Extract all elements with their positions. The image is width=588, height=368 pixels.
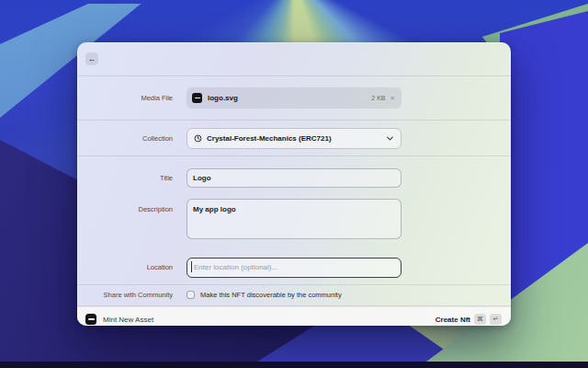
return-key-icon: ↵ (490, 314, 502, 325)
share-checkbox[interactable] (187, 291, 195, 299)
share-checkbox-text: Make this NFT discoverable by the commun… (200, 291, 342, 299)
command-key-icon: ⌘ (474, 314, 486, 325)
location-input[interactable] (187, 258, 401, 278)
title-row: Title (77, 167, 511, 188)
file-name: logo.svg (208, 94, 238, 102)
dialog-header: ← (77, 42, 511, 76)
collection-row: Collection Crystal-Forest-Mechanics (ERC… (77, 121, 511, 156)
location-label: Location (77, 263, 173, 271)
arrow-left-icon: ← (88, 55, 96, 63)
create-nft-button[interactable]: Create Nft (435, 316, 470, 324)
collection-select[interactable]: Crystal-Forest-Mechanics (ERC721) (187, 128, 401, 149)
title-label: Title (77, 174, 173, 182)
clock-icon (194, 134, 202, 143)
collection-selected-value: Crystal-Forest-Mechanics (ERC721) (207, 134, 332, 143)
footer-app-name: Mint New Asset (103, 316, 153, 324)
media-file-row: Media File logo.svg 2 KB ✕ (77, 76, 511, 121)
title-input[interactable] (187, 168, 401, 188)
desktop: ← Media File logo.svg 2 KB ✕ Collection (0, 0, 588, 368)
mint-nft-dialog: ← Media File logo.svg 2 KB ✕ Collection (77, 42, 511, 326)
location-row: Location (77, 257, 511, 278)
media-file-chip[interactable]: logo.svg 2 KB ✕ (187, 87, 401, 109)
fields-section: Title Description My app logo Location (77, 156, 511, 285)
description-label: Description (77, 199, 173, 213)
text-cursor (191, 261, 192, 272)
media-file-label: Media File (77, 94, 173, 102)
dialog-footer: Mint New Asset Create Nft ⌘ ↵ (77, 306, 511, 327)
close-icon[interactable]: ✕ (390, 95, 395, 102)
wallpaper-bottom-strip (0, 362, 588, 368)
share-label: Share with Community (77, 291, 173, 299)
collection-label: Collection (77, 134, 173, 143)
chevron-down-icon (387, 136, 393, 141)
file-size-badge: 2 KB (371, 95, 385, 101)
app-logo-icon (85, 314, 96, 325)
share-row: Share with Community Make this NFT disco… (77, 285, 511, 306)
description-textarea[interactable]: My app logo (187, 199, 401, 239)
back-button[interactable]: ← (85, 52, 98, 65)
description-row: Description My app logo (77, 199, 511, 243)
logo-file-icon (192, 93, 202, 103)
